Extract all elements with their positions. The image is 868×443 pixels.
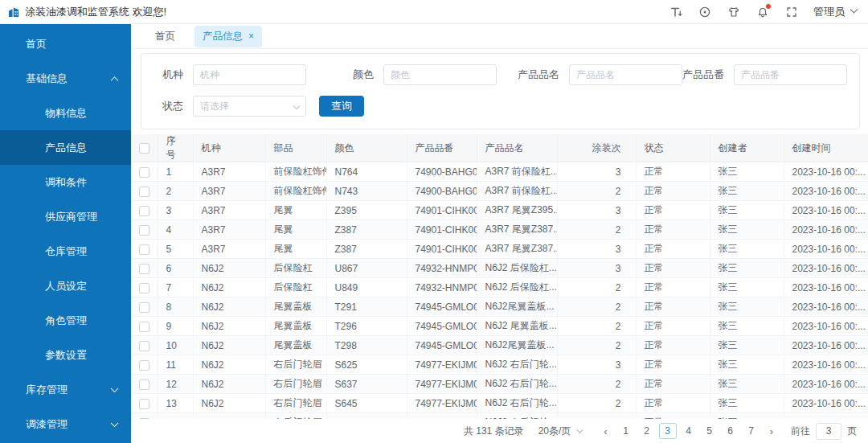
tab-产品信息[interactable]: 产品信息× xyxy=(194,26,262,47)
app-logo-icon xyxy=(8,6,19,18)
machine-type-input[interactable] xyxy=(193,64,306,85)
theme-shirt-icon[interactable] xyxy=(727,5,740,18)
filter-group-product-name: 产品品名 xyxy=(518,64,682,85)
prev-page-button[interactable]: ‹ xyxy=(597,425,613,437)
table-cell: Z387 xyxy=(326,240,407,259)
row-checkbox[interactable] xyxy=(139,379,149,390)
notification-bell-icon[interactable] xyxy=(755,5,769,18)
status-select[interactable] xyxy=(193,96,306,117)
sidebar-item-基础信息[interactable]: 基础信息 xyxy=(0,61,131,96)
target-icon[interactable] xyxy=(698,5,711,18)
sidebar-item-首页[interactable]: 首页 xyxy=(0,27,131,61)
row-checkbox[interactable] xyxy=(139,283,149,293)
product-table: 序号机种部品颜色产品品番产品品名涂装次状态创建者创建时间 1A3R7前保险杠饰件… xyxy=(131,134,868,419)
table-cell: Z395 xyxy=(326,201,407,220)
row-checkbox[interactable] xyxy=(139,244,149,255)
next-page-button[interactable]: › xyxy=(764,425,780,437)
sidebar-item-调和条件[interactable]: 调和条件 xyxy=(0,165,131,199)
sidebar: 首页基础信息物料信息产品信息调和条件供应商管理仓库管理人员设定角色管理参数设置库… xyxy=(0,24,131,443)
table-row[interactable]: 14N6J2右后门轮眉S65974977-EKIJM0...N6J2 右后门轮.… xyxy=(131,413,868,420)
table-cell: 2 xyxy=(557,394,636,413)
page-button-6[interactable]: 6 xyxy=(722,423,739,439)
table-cell: 3 xyxy=(557,355,636,375)
table-row[interactable]: 12N6J2右后门轮眉S63774977-EKIJM0...N6J2 右后门轮.… xyxy=(131,375,868,394)
table-row[interactable]: 10N6J2尾翼盖板T29874945-GMLO0...N6J2尾翼盖板...2… xyxy=(131,336,868,355)
table-cell: A3R7 前保险杠... xyxy=(477,162,557,182)
row-checkbox[interactable] xyxy=(139,341,149,351)
table-cell: 2023-10-16 00:... xyxy=(784,259,868,278)
table-cell: N6J2 xyxy=(193,297,265,317)
query-button[interactable]: 查询 xyxy=(319,96,364,117)
table-row[interactable]: 8N6J2尾翼盖板T29174945-GMLO0...N6J2尾翼盖板...2正… xyxy=(131,297,868,317)
row-checkbox[interactable] xyxy=(139,225,149,236)
table-cell: 2023-10-16 00:... xyxy=(784,413,868,420)
table-row[interactable]: 13N6J2右后门轮眉S64574977-EKIJM0...N6J2 右后门轮.… xyxy=(131,394,868,413)
goto-page-input[interactable] xyxy=(816,423,841,440)
sidebar-item-物料信息[interactable]: 物料信息 xyxy=(0,96,131,130)
table-cell: 74900-BAHG00... xyxy=(407,182,477,201)
table-cell: A3R7 尾翼Z395... xyxy=(477,201,557,220)
table-cell: 9 xyxy=(158,317,193,336)
table-row[interactable]: 11N6J2右后门轮眉S62574977-EKIJM0...N6J2 右后门轮.… xyxy=(131,355,868,375)
product-name-input[interactable] xyxy=(569,64,682,85)
filter-panel: 机种 颜色 产品品名 产品品番 xyxy=(141,53,860,129)
row-checkbox[interactable] xyxy=(139,302,149,313)
table-cell: 前保险杠饰件 xyxy=(265,162,326,182)
table-row[interactable]: 7N6J2后保险杠U84974932-HNMP0...N6J2 后保险杠...2… xyxy=(131,278,868,297)
row-checkbox[interactable] xyxy=(139,399,149,409)
table-row[interactable]: 5A3R7尾翼Z38774901-CIHK00...A3R7 尾翼Z387...… xyxy=(131,240,868,259)
table-cell: 右后门轮眉 xyxy=(265,355,326,375)
tab-首页[interactable]: 首页 xyxy=(147,26,183,47)
table-cell: 5 xyxy=(158,240,193,259)
select-all-checkbox[interactable] xyxy=(139,143,149,154)
sidebar-item-角色管理[interactable]: 角色管理 xyxy=(0,303,131,338)
filter-group-product-number: 产品品番 xyxy=(682,64,847,85)
sidebar-item-调漆管理[interactable]: 调漆管理 xyxy=(0,407,131,441)
table-row[interactable]: 6N6J2后保险杠U86774932-HNMP0...N6J2 后保险杠...3… xyxy=(131,259,868,278)
sidebar-item-人员设定[interactable]: 人员设定 xyxy=(0,269,131,303)
page-button-5[interactable]: 5 xyxy=(701,423,719,439)
row-checkbox[interactable] xyxy=(139,360,149,371)
table-row[interactable]: 2A3R7前保险杠饰件N74374900-BAHG00...A3R7 前保险杠.… xyxy=(131,182,868,201)
table-cell: 张三 xyxy=(710,355,784,375)
color-input[interactable] xyxy=(383,64,497,85)
table-cell: 2023-10-16 00:... xyxy=(784,162,868,182)
page-button-1[interactable]: 1 xyxy=(617,423,635,439)
column-header-创建者: 创建者 xyxy=(710,134,784,162)
page-size-select[interactable]: 20条/页 xyxy=(538,425,582,438)
table-cell: A3R7 xyxy=(193,182,265,201)
page-button-4[interactable]: 4 xyxy=(680,423,698,439)
table-cell: N743 xyxy=(326,182,407,201)
table-row[interactable]: 9N6J2尾翼盖板T29674945-GMLO0...N6J2 尾翼盖板...2… xyxy=(131,317,868,336)
page-button-7[interactable]: 7 xyxy=(743,423,760,439)
sidebar-item-供应商管理[interactable]: 供应商管理 xyxy=(0,199,131,234)
table-row[interactable]: 4A3R7尾翼Z38774901-CIHK00...A3R7 尾翼Z387...… xyxy=(131,220,868,240)
table-row[interactable]: 3A3R7尾翼Z39574901-CIHK00...A3R7 尾翼Z395...… xyxy=(131,201,868,220)
row-checkbox[interactable] xyxy=(139,187,149,197)
page-button-3[interactable]: 3 xyxy=(659,423,677,439)
table-cell: 张三 xyxy=(710,413,784,420)
table-cell: 74901-CIHK00... xyxy=(407,201,477,220)
fullscreen-icon[interactable] xyxy=(784,5,798,18)
sidebar-item-label: 调漆管理 xyxy=(26,418,68,430)
column-header-状态: 状态 xyxy=(636,134,710,162)
row-checkbox[interactable] xyxy=(139,322,149,332)
column-header-创建时间: 创建时间 xyxy=(784,134,868,162)
close-icon[interactable]: × xyxy=(248,31,254,41)
sidebar-item-仓库管理[interactable]: 仓库管理 xyxy=(0,234,131,269)
user-menu[interactable]: 管理员 xyxy=(813,5,857,19)
font-size-icon[interactable] xyxy=(669,5,682,18)
table-cell: 74977-EKIJM0... xyxy=(407,394,477,413)
table-cell: 正常 xyxy=(636,355,710,375)
row-checkbox[interactable] xyxy=(139,264,149,274)
row-checkbox[interactable] xyxy=(139,206,149,216)
sidebar-item-参数设置[interactable]: 参数设置 xyxy=(0,338,131,372)
goto-label: 前往 xyxy=(791,425,810,438)
product-number-input[interactable] xyxy=(734,64,847,85)
sidebar-item-产品信息[interactable]: 产品信息 xyxy=(0,130,131,165)
sidebar-item-库存管理[interactable]: 库存管理 xyxy=(0,372,131,407)
row-checkbox[interactable] xyxy=(139,167,149,178)
page-button-2[interactable]: 2 xyxy=(638,423,656,439)
table-row[interactable]: 1A3R7前保险杠饰件N76474900-BAHG00...A3R7 前保险杠.… xyxy=(131,162,868,182)
table-cell: N6J2 xyxy=(193,394,265,413)
